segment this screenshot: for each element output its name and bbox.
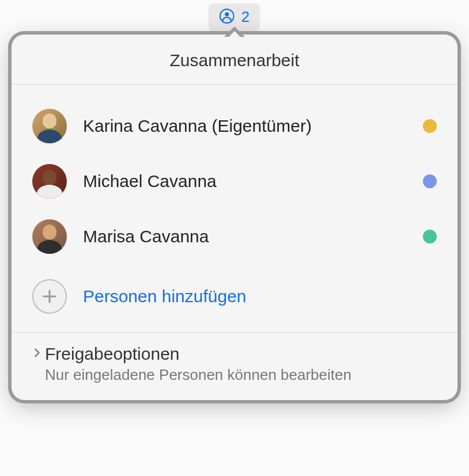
avatar xyxy=(32,219,67,254)
share-options-title: Freigabeoptionen xyxy=(45,344,180,364)
add-people-label: Personen hinzufügen xyxy=(83,287,247,306)
presence-indicator xyxy=(423,174,437,188)
add-people-button[interactable]: Personen hinzufügen xyxy=(12,269,457,332)
avatar xyxy=(32,109,67,143)
participant-name: Marisa Cavanna xyxy=(83,227,407,246)
share-options-button[interactable]: Freigabeoptionen Nur eingeladene Persone… xyxy=(12,332,457,400)
collaborator-count: 2 xyxy=(241,8,249,26)
participant-row[interactable]: Michael Cavanna xyxy=(32,154,437,209)
presence-indicator xyxy=(423,230,437,243)
participant-row[interactable]: Marisa Cavanna xyxy=(32,209,437,264)
presence-indicator xyxy=(423,119,437,133)
person-icon xyxy=(220,9,234,26)
chevron-right-icon xyxy=(32,347,43,361)
plus-icon xyxy=(32,279,67,314)
svg-point-1 xyxy=(225,12,229,16)
participants-list: Karina Cavanna (Eigentümer) Michael Cava… xyxy=(12,85,457,269)
collaboration-popover: Zusammenarbeit Karina Cavanna (Eigentüme… xyxy=(12,35,457,400)
popover-title: Zusammenarbeit xyxy=(12,35,457,85)
share-options-description: Nur eingeladene Personen können bearbeit… xyxy=(45,366,437,384)
participant-row[interactable]: Karina Cavanna (Eigentümer) xyxy=(32,98,437,154)
avatar xyxy=(32,164,67,199)
participant-name: Michael Cavanna xyxy=(83,172,407,191)
participant-name: Karina Cavanna (Eigentümer) xyxy=(83,116,407,136)
